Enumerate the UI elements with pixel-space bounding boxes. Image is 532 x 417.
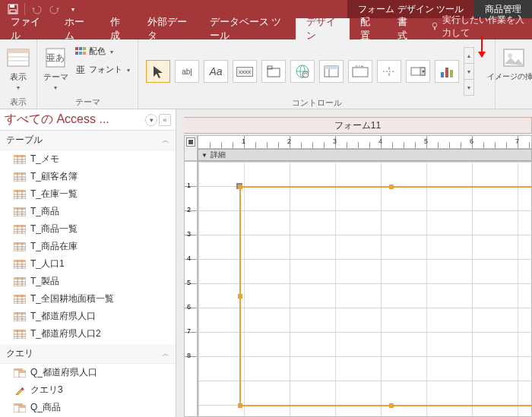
- svg-rect-50: [14, 190, 26, 192]
- form-tab-label[interactable]: フォーム11: [184, 117, 532, 134]
- control-tab-icon[interactable]: [261, 60, 286, 83]
- control-combobox-icon[interactable]: [406, 60, 430, 83]
- svg-point-23: [302, 71, 309, 77]
- qat-customize-icon[interactable]: ▾: [65, 2, 81, 17]
- svg-point-3: [432, 23, 437, 27]
- table-icon: [14, 311, 26, 322]
- nav-table-item[interactable]: T_商品在庫: [0, 238, 176, 255]
- svg-rect-74: [14, 260, 26, 262]
- svg-rect-32: [441, 72, 444, 77]
- resize-handle-n[interactable]: [389, 185, 394, 189]
- colors-label: 配色: [89, 46, 106, 57]
- tab-file[interactable]: ファイル: [0, 18, 54, 39]
- nav-table-item[interactable]: T_商品: [0, 203, 176, 220]
- nav-item-label: T_商品: [30, 205, 59, 218]
- insert-image-icon: [502, 46, 526, 70]
- nav-table-item[interactable]: T_メモ: [0, 150, 176, 168]
- nav-table-item[interactable]: T_人口1: [0, 255, 176, 273]
- tab-database-tools[interactable]: データベース ツール: [199, 18, 296, 39]
- nav-item-label: クエリ3: [30, 384, 63, 396]
- design-grid[interactable]: [198, 161, 532, 417]
- svg-rect-4: [434, 27, 435, 30]
- resize-handle-sw[interactable]: [238, 403, 242, 408]
- tab-home[interactable]: ホーム: [54, 18, 100, 39]
- nav-header[interactable]: すべての Access ... ▾ «: [0, 109, 176, 131]
- nav-dropdown-icon[interactable]: ▾: [145, 114, 157, 126]
- nav-item-label: T_在庫一覧: [30, 188, 78, 201]
- table-icon: [14, 242, 26, 252]
- tab-external-data[interactable]: 外部データ: [137, 18, 199, 39]
- nav-section-tables[interactable]: テーブル ︿: [0, 131, 176, 150]
- tell-me-search[interactable]: 実行したい作業を入力して: [431, 14, 532, 39]
- redo-icon[interactable]: [46, 2, 63, 17]
- nav-table-item[interactable]: T_商品一覧: [0, 220, 176, 238]
- ribbon-tabs: ファイル ホーム 作成 外部データ データベース ツール デザイン 配置 書式 …: [0, 18, 532, 39]
- section-expand-icon: ▼: [201, 152, 207, 159]
- svg-rect-2: [10, 10, 16, 13]
- svg-rect-1: [10, 5, 14, 8]
- chevron-up-icon: ︿: [162, 135, 169, 146]
- nav-item-label: T_メモ: [30, 153, 59, 166]
- svg-rect-44: [14, 172, 26, 175]
- control-button-icon[interactable]: xxxx: [233, 60, 257, 83]
- control-hyperlink-icon[interactable]: [290, 60, 315, 83]
- themes-button[interactable]: 亜あ テーマ ▾: [42, 43, 69, 91]
- nav-table-item[interactable]: T_全国耕地面積一覧: [0, 290, 176, 308]
- fonts-button[interactable]: 亜 フォント: [72, 61, 133, 77]
- control-textbox-icon[interactable]: ab|: [175, 60, 199, 83]
- colors-button[interactable]: 配色: [72, 43, 133, 59]
- themes-icon: 亜あ: [43, 46, 68, 70]
- gallery-scroll[interactable]: ▴▾▾: [464, 47, 474, 96]
- tab-create[interactable]: 作成: [100, 18, 137, 39]
- nav-query-item[interactable]: Q_都道府県人口: [0, 364, 176, 381]
- view-icon: [6, 46, 30, 70]
- control-label-icon[interactable]: Aa: [204, 60, 228, 83]
- control-pagebreak-icon[interactable]: [377, 60, 401, 83]
- svg-rect-33: [445, 68, 448, 77]
- control-chart-icon[interactable]: [435, 60, 459, 83]
- nav-table-item[interactable]: T_顧客名簿: [0, 168, 176, 185]
- nav-table-item[interactable]: T_在庫一覧: [0, 185, 176, 203]
- nav-item-label: T_全国耕地面積一覧: [30, 292, 114, 305]
- nav-query-item[interactable]: クエリ3: [0, 381, 176, 399]
- resize-handle-nw[interactable]: [238, 185, 242, 189]
- nav-collapse-icon[interactable]: «: [159, 114, 171, 126]
- resize-handle-s[interactable]: [389, 403, 394, 408]
- tell-me-label: 実行したい作業を入力して: [442, 14, 532, 39]
- nav-section-queries[interactable]: クエリ ︿: [0, 344, 176, 364]
- tab-format[interactable]: 書式: [387, 18, 424, 39]
- svg-rect-15: [79, 52, 82, 55]
- selected-chart-placeholder[interactable]: [239, 186, 532, 406]
- detail-section-header[interactable]: ▼ 詳細: [198, 149, 532, 161]
- nav-table-item[interactable]: T_製品: [0, 273, 176, 290]
- form-selector[interactable]: [184, 135, 198, 161]
- query-select-icon: [14, 403, 26, 413]
- save-icon[interactable]: [5, 2, 21, 17]
- nav-table-item[interactable]: T_都道府県人口2: [0, 325, 176, 343]
- tab-design[interactable]: デザイン: [296, 18, 350, 39]
- svg-rect-13: [83, 47, 86, 50]
- horizontal-ruler[interactable]: 1234567891011: [198, 135, 532, 149]
- insert-image-button[interactable]: イメージの挿入: [500, 43, 527, 82]
- control-select-icon[interactable]: [146, 60, 170, 83]
- table-icon: [14, 294, 26, 305]
- controls-gallery[interactable]: ab| Aa xxxx XYZ ▴▾▾: [143, 43, 490, 96]
- control-navigation-icon[interactable]: [319, 60, 344, 83]
- svg-rect-86: [14, 295, 26, 297]
- view-button[interactable]: 表示 ▾: [5, 43, 32, 91]
- resize-handle-w[interactable]: [238, 294, 242, 299]
- ribbon-group-controls: ab| Aa xxxx XYZ ▴▾▾ コントロール: [138, 39, 496, 109]
- svg-rect-110: [19, 406, 26, 408]
- nav-item-label: T_製品: [30, 275, 59, 288]
- tab-arrange[interactable]: 配置: [350, 18, 387, 39]
- vertical-ruler[interactable]: 12345678: [184, 161, 198, 417]
- nav-query-item[interactable]: Q_商品: [0, 399, 176, 416]
- fonts-icon: 亜: [75, 64, 86, 74]
- nav-table-item[interactable]: T_都道府県人口: [0, 308, 176, 325]
- nav-item-label: T_都道府県人口2: [30, 327, 101, 340]
- svg-text:亜あ: 亜あ: [46, 52, 65, 63]
- undo-icon[interactable]: [28, 2, 45, 17]
- control-optiongroup-icon[interactable]: XYZ: [348, 60, 372, 83]
- svg-point-36: [508, 53, 512, 58]
- svg-rect-12: [79, 47, 82, 50]
